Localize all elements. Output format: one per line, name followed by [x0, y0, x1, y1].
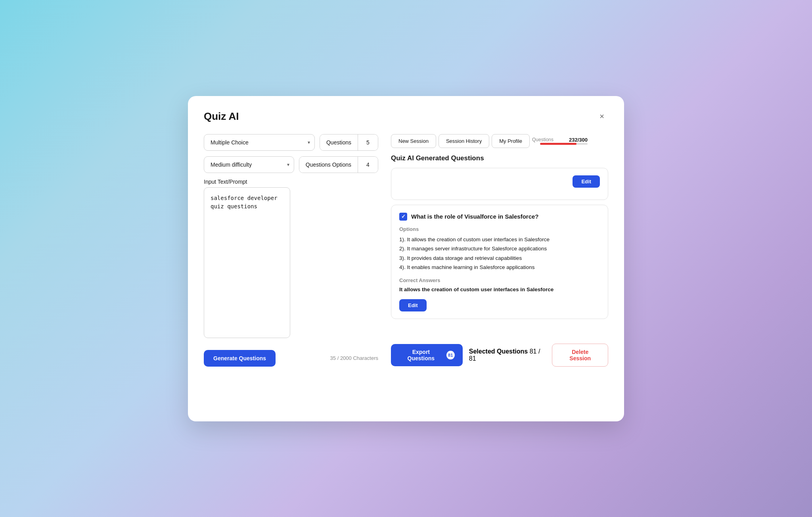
prompt-textarea[interactable]: salesforce developer quiz questions — [204, 187, 290, 338]
controls-row-2: Easy difficulty Medium difficulty Hard d… — [204, 156, 378, 173]
question-header-2: What is the role of Visualforce in Sales… — [399, 212, 600, 221]
selected-questions-label: Selected Questions — [469, 348, 528, 355]
option-2: 2). It manages server infrastructure for… — [399, 244, 600, 253]
difficulty-select[interactable]: Easy difficulty Medium difficulty Hard d… — [204, 156, 294, 173]
export-badge: 81 — [446, 351, 455, 359]
edit-button-2[interactable]: Edit — [399, 299, 427, 311]
question-text-2: What is the role of Visualforce in Sales… — [411, 212, 538, 221]
right-bottom-bar: Export Questions 81 Selected Questions 8… — [391, 344, 608, 367]
modal-container: Quiz AI × Multiple Choice True/False Sho… — [188, 96, 624, 421]
modal-header: Quiz AI × — [204, 110, 608, 123]
progress-bar-fill — [540, 143, 576, 145]
char-count: 35 / 2000 Characters — [330, 355, 378, 361]
counter-label: Questions — [532, 137, 553, 143]
selected-questions-info: Selected Questions 81 / 81 — [469, 348, 546, 362]
correct-answer-text-2: It allows the creation of custom user in… — [399, 286, 600, 294]
left-bottom-bar: Generate Questions 35 / 2000 Characters — [204, 350, 378, 367]
edit-button-1[interactable]: Edit — [573, 175, 600, 188]
export-label: Export Questions — [399, 349, 443, 361]
section-title: Quiz AI Generated Questions — [391, 154, 608, 162]
right-panel: New Session Session History My Profile Q… — [391, 134, 608, 367]
options-label-2: Options — [399, 226, 600, 232]
generate-questions-button[interactable]: Generate Questions — [204, 350, 276, 367]
right-top-nav: New Session Session History My Profile Q… — [391, 134, 608, 148]
questions-list: Edit What is the role of Visualforce in … — [391, 168, 608, 338]
questions-counter: Questions 232/300 — [532, 137, 588, 145]
counter-value: 232/300 — [569, 137, 588, 143]
option-1: 1). It allows the creation of custom use… — [399, 235, 600, 244]
left-panel: Multiple Choice True/False Short Answer … — [204, 134, 378, 367]
my-profile-button[interactable]: My Profile — [492, 134, 530, 148]
content-area: Multiple Choice True/False Short Answer … — [204, 134, 608, 367]
questions-value[interactable]: 5 — [358, 135, 378, 150]
question-checkbox-2[interactable] — [399, 213, 407, 221]
question-card-2: What is the role of Visualforce in Sales… — [391, 205, 608, 319]
question-type-select[interactable]: Multiple Choice True/False Short Answer — [204, 134, 315, 151]
questions-options-group: Questions Options 4 — [299, 156, 378, 173]
difficulty-dropdown-wrapper: Easy difficulty Medium difficulty Hard d… — [204, 156, 294, 173]
questions-options-value[interactable]: 4 — [358, 157, 378, 173]
prompt-label: Input Text/Prompt — [204, 179, 378, 185]
controls-row-1: Multiple Choice True/False Short Answer … — [204, 134, 378, 151]
questions-input-group: Questions 5 — [320, 134, 378, 151]
export-questions-button[interactable]: Export Questions 81 — [391, 344, 463, 366]
new-session-button[interactable]: New Session — [391, 134, 436, 148]
questions-options-label: Questions Options — [299, 157, 358, 173]
session-history-button[interactable]: Session History — [439, 134, 489, 148]
progress-bar-container — [540, 143, 588, 145]
delete-session-button[interactable]: Delete Session — [552, 344, 608, 367]
questions-label: Questions — [320, 135, 358, 150]
prompt-section: Input Text/Prompt salesforce developer q… — [204, 179, 378, 340]
question-card-1: Edit — [391, 168, 608, 200]
option-3: 3). It provides data storage and retriev… — [399, 254, 600, 263]
close-button[interactable]: × — [596, 110, 608, 123]
modal-title: Quiz AI — [204, 110, 239, 123]
correct-answers-label-2: Correct Answers — [399, 277, 600, 283]
question-type-dropdown-wrapper: Multiple Choice True/False Short Answer — [204, 134, 315, 151]
option-4: 4). It enables machine learning in Sales… — [399, 263, 600, 272]
question-card-1-top: Edit — [399, 175, 600, 188]
